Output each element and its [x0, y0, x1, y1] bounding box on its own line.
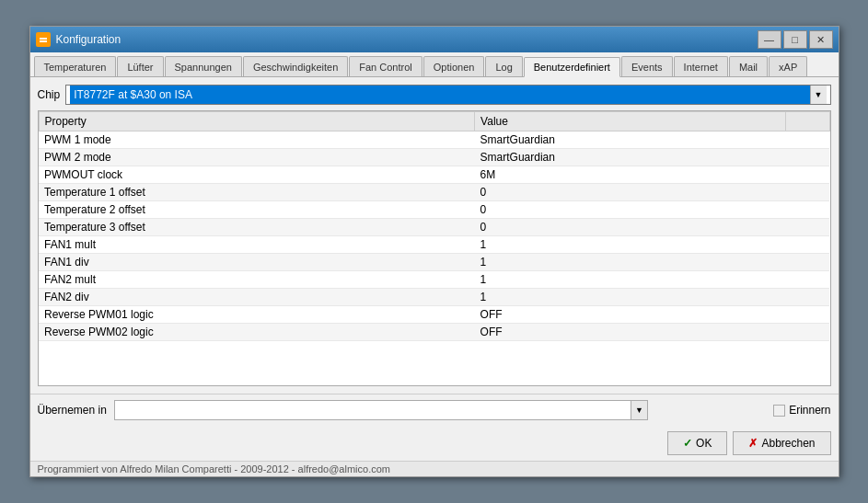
cell-property: FAN2 mult [39, 271, 475, 289]
table-row: PWMOUT clock6M [39, 166, 829, 184]
cell-empty [786, 166, 829, 184]
tab-geschwindigkeiten[interactable]: Geschwindigkeiten [243, 56, 348, 76]
cell-property: FAN1 mult [39, 236, 475, 254]
tab-optionen[interactable]: Optionen [423, 56, 485, 76]
cancel-button[interactable]: ✗ Abbrechen [733, 431, 830, 455]
remember-checkbox[interactable] [773, 405, 785, 417]
table-header-row: Property Value [39, 112, 829, 131]
cell-value: 1 [475, 271, 786, 289]
cell-property: Temperature 1 offset [39, 184, 475, 201]
cell-property: PWM 2 mode [39, 149, 475, 166]
tab-fan-control[interactable]: Fan Control [349, 56, 422, 76]
cell-empty [786, 131, 829, 149]
ubernemen-select-value [115, 408, 631, 412]
table-row: FAN2 mult1 [39, 271, 829, 289]
tab-mail[interactable]: Mail [729, 56, 768, 76]
cell-value: 0 [475, 184, 786, 201]
content-area: Chip IT8772F at $A30 on ISA ▼ Property V… [30, 77, 839, 394]
cell-value: 1 [475, 254, 786, 271]
table-row: PWM 1 modeSmartGuardian [39, 131, 829, 149]
table-row: FAN2 div1 [39, 289, 829, 306]
table-row: Temperature 3 offset0 [39, 219, 829, 236]
cell-value: SmartGuardian [475, 149, 786, 166]
property-table: Property Value PWM 1 modeSmartGuardianPW… [39, 111, 830, 341]
bottom-bar: Übernemen in ▼ Erinnern [30, 394, 839, 426]
title-bar: Konfiguration — □ ✕ [30, 27, 839, 52]
tab-benutzerdefiniert[interactable]: Benutzerdefiniert [524, 57, 620, 77]
cell-value: SmartGuardian [475, 131, 786, 149]
chip-select-value: IT8772F at $A30 on ISA [70, 86, 809, 104]
button-row: ✓ OK ✗ Abbrechen [30, 426, 839, 461]
cell-value: 0 [475, 219, 786, 236]
window-title: Konfiguration [56, 33, 122, 46]
tab-lufter[interactable]: Lüfter [117, 56, 163, 76]
ok-label: OK [696, 437, 712, 450]
cell-empty [786, 324, 829, 341]
cell-empty [786, 149, 829, 166]
ubernemen-select[interactable]: ▼ [114, 400, 648, 420]
cell-value: OFF [475, 324, 786, 341]
minimize-button[interactable]: — [758, 30, 781, 49]
header-empty [786, 112, 829, 131]
cell-value: OFF [475, 306, 786, 324]
table-row: Temperature 1 offset0 [39, 184, 829, 201]
ubernemen-label: Übernemen in [38, 404, 107, 417]
property-table-container: Property Value PWM 1 modeSmartGuardianPW… [38, 110, 831, 386]
tab-xap[interactable]: xAP [769, 56, 807, 76]
remember-area: Erinnern [773, 404, 830, 417]
cancel-xmark: ✗ [748, 437, 758, 450]
table-body: PWM 1 modeSmartGuardianPWM 2 modeSmartGu… [39, 131, 829, 341]
cell-empty [786, 184, 829, 201]
header-value: Value [475, 112, 786, 131]
svg-rect-2 [40, 40, 47, 42]
header-property: Property [39, 112, 475, 131]
table-row: Temperature 2 offset0 [39, 201, 829, 219]
cell-empty [786, 219, 829, 236]
table-row: Reverse PWM01 logicOFF [39, 306, 829, 324]
table-row: PWM 2 modeSmartGuardian [39, 149, 829, 166]
chip-label: Chip [38, 88, 61, 101]
cancel-label: Abbrechen [761, 437, 815, 450]
cell-empty [786, 254, 829, 271]
cell-property: Reverse PWM02 logic [39, 324, 475, 341]
maximize-button[interactable]: □ [783, 30, 807, 49]
cell-empty [786, 201, 829, 219]
footer-bar: Programmiert von Alfredo Milan Comparett… [30, 461, 839, 476]
title-bar-left: Konfiguration [36, 32, 122, 47]
cell-property: FAN1 div [39, 254, 475, 271]
ubernemen-dropdown-arrow[interactable]: ▼ [631, 401, 647, 419]
tab-events[interactable]: Events [621, 56, 673, 76]
tab-internet[interactable]: Internet [674, 56, 728, 76]
cell-empty [786, 306, 829, 324]
remember-label: Erinnern [789, 404, 830, 417]
cell-value: 6M [475, 166, 786, 184]
table-row: Reverse PWM02 logicOFF [39, 324, 829, 341]
tab-spannungen[interactable]: Spannungen [165, 56, 242, 76]
table-row: FAN1 mult1 [39, 236, 829, 254]
footer-text: Programmiert von Alfredo Milan Comparett… [38, 463, 391, 474]
cell-value: 0 [475, 201, 786, 219]
cell-value: 1 [475, 289, 786, 306]
tab-log[interactable]: Log [485, 56, 522, 76]
ok-button[interactable]: ✓ OK [667, 431, 727, 455]
cell-property: Reverse PWM01 logic [39, 306, 475, 324]
cell-empty [786, 289, 829, 306]
cell-property: PWM 1 mode [39, 131, 475, 149]
svg-rect-1 [40, 38, 47, 40]
chip-select-container[interactable]: IT8772F at $A30 on ISA ▼ [65, 85, 830, 105]
chip-dropdown-arrow[interactable]: ▼ [810, 86, 827, 104]
ok-checkmark: ✓ [683, 437, 692, 450]
close-button[interactable]: ✕ [809, 30, 833, 49]
cell-empty [786, 236, 829, 254]
cell-property: FAN2 div [39, 289, 475, 306]
cell-property: Temperature 3 offset [39, 219, 475, 236]
main-window: Konfiguration — □ ✕ Temperaturen Lüfter … [29, 26, 839, 477]
tab-temperaturen[interactable]: Temperaturen [34, 56, 117, 76]
app-icon [36, 32, 51, 47]
title-controls: — □ ✕ [758, 30, 833, 49]
cell-value: 1 [475, 236, 786, 254]
cell-empty [786, 271, 829, 289]
cell-property: Temperature 2 offset [39, 201, 475, 219]
tab-bar: Temperaturen Lüfter Spannungen Geschwind… [30, 52, 839, 77]
cell-property: PWMOUT clock [39, 166, 475, 184]
